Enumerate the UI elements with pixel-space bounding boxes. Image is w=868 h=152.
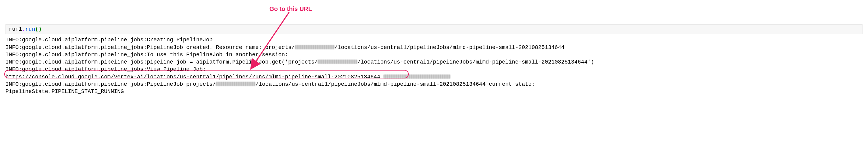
log-line: INFO:google.cloud.aiplatform.pipeline_jo… [5,44,564,50]
log-line: INFO:google.cloud.aiplatform.pipeline_jo… [5,52,288,58]
pipeline-url-link[interactable]: https://console.cloud.google.com/vertex-… [5,74,380,80]
log-line: INFO:google.cloud.aiplatform.pipeline_jo… [5,37,213,43]
redacted-text [295,45,335,49]
redacted-text [383,74,451,79]
code-input-cell[interactable]: run1.run() [5,24,863,34]
annotation-label: Go to this URL [269,5,312,13]
log-line: INFO:google.cloud.aiplatform.pipeline_jo… [5,66,206,72]
code-token-operator: . [22,26,25,32]
code-token-object: run1 [9,26,22,32]
code-token-paren-open: ( [35,26,38,32]
redacted-text [318,60,357,64]
code-token-func: run [25,26,35,32]
cell-output: INFO:google.cloud.aiplatform.pipeline_jo… [5,36,868,95]
code-token-paren-close: ) [38,26,42,32]
log-line: INFO:google.cloud.aiplatform.pipeline_jo… [5,59,594,65]
redacted-text [216,82,255,86]
log-url-line: https://console.cloud.google.com/vertex-… [5,74,451,80]
log-line: PipelineState.PIPELINE_STATE_RUNNING [5,88,124,94]
log-line: INFO:google.cloud.aiplatform.pipeline_jo… [5,81,535,87]
